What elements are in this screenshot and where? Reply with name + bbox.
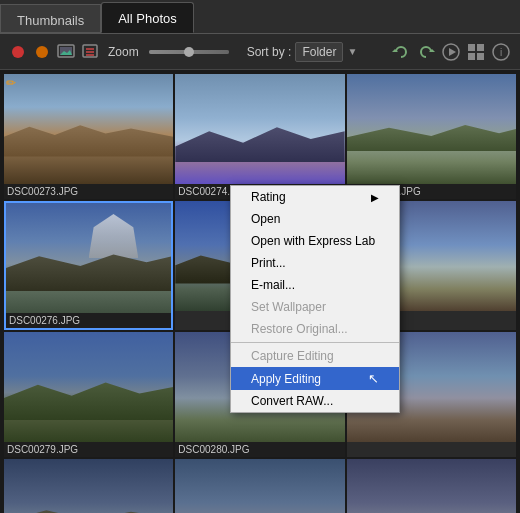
menu-item-open-express[interactable]: Open with Express Lab: [231, 230, 399, 252]
photo-cell-275[interactable]: DSC00275.JPG: [347, 74, 516, 199]
photo-cell-273[interactable]: ✏ DSC00273.JPG: [4, 74, 173, 199]
svg-rect-13: [468, 44, 475, 51]
svg-rect-16: [477, 53, 484, 60]
photo-cell-279[interactable]: DSC00279.JPG: [4, 332, 173, 457]
toolbar-icon-close[interactable]: [80, 42, 100, 62]
rating-arrow-icon: ▶: [371, 192, 379, 203]
toolbar-grid-icon[interactable]: [465, 41, 487, 63]
menu-item-set-wallpaper: Set Wallpaper: [231, 296, 399, 318]
menu-separator-1: [231, 342, 399, 343]
photo-cell-274[interactable]: DSC00274.JPG: [175, 74, 344, 199]
toolbar-rotate-right-icon[interactable]: [415, 41, 437, 63]
sort-label: Sort by :: [247, 45, 292, 59]
zoom-slider[interactable]: [149, 50, 229, 54]
svg-rect-15: [468, 53, 475, 60]
tab-thumbnails[interactable]: Thumbnails: [0, 4, 101, 33]
toolbar: Zoom Sort by : Folder ▼: [0, 34, 520, 70]
toolbar-icon-orange[interactable]: [32, 42, 52, 62]
svg-marker-12: [449, 48, 456, 56]
toolbar-icon-image[interactable]: [56, 42, 76, 62]
svg-point-1: [36, 46, 48, 58]
toolbar-icon-red[interactable]: [8, 42, 28, 62]
zoom-label: Zoom: [108, 45, 139, 59]
menu-item-apply-editing[interactable]: Apply Editing ↖: [231, 367, 399, 390]
svg-point-0: [12, 46, 24, 58]
menu-item-capture-editing: Capture Editing: [231, 345, 399, 367]
menu-item-email[interactable]: E-mail...: [231, 274, 399, 296]
cursor-icon: ↖: [368, 371, 379, 386]
toolbar-rotate-left-icon[interactable]: [390, 41, 412, 63]
sort-dropdown[interactable]: Folder: [295, 42, 343, 62]
photo-cell-284[interactable]: DSC00284.JPG: [347, 459, 516, 513]
photo-label-279: DSC00279.JPG: [4, 442, 173, 457]
tab-bar: Thumbnails All Photos: [0, 0, 520, 34]
svg-rect-14: [477, 44, 484, 51]
menu-item-open[interactable]: Open: [231, 208, 399, 230]
toolbar-right-group: i: [390, 41, 512, 63]
photo-label-273: DSC00273.JPG: [4, 184, 173, 199]
photo-label-280: DSC00280.JPG: [175, 442, 344, 457]
context-menu: Rating ▶ Open Open with Express Lab Prin…: [230, 185, 400, 413]
tab-all-photos[interactable]: All Photos: [101, 2, 194, 33]
sort-arrow-icon: ▼: [347, 46, 357, 57]
svg-text:i: i: [500, 47, 502, 58]
photo-label-276: DSC00276.JPG: [6, 313, 171, 328]
toolbar-play-icon[interactable]: [440, 41, 462, 63]
edit-badge-273: ✏: [6, 76, 16, 90]
photo-cell-276[interactable]: DSC00276.JPG: [4, 201, 173, 330]
toolbar-info-icon[interactable]: i: [490, 41, 512, 63]
photo-cell-283[interactable]: DSC00283.JPG: [175, 459, 344, 513]
menu-item-print[interactable]: Print...: [231, 252, 399, 274]
menu-item-convert-raw[interactable]: Convert RAW...: [231, 390, 399, 412]
menu-item-rating[interactable]: Rating ▶: [231, 186, 399, 208]
menu-item-restore: Restore Original...: [231, 318, 399, 340]
photo-cell-282[interactable]: DSC00282.JPG: [4, 459, 173, 513]
